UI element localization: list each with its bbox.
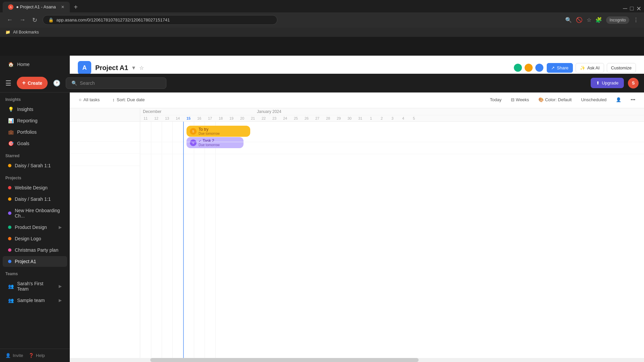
day-numbers-row: 11 12 13 14 15 16 17 18 19 20 21 22 23 2… [140,115,644,121]
url-text: app.asana.com/0/1206178107812732/1206178… [56,17,170,22]
all-tasks-button[interactable]: ○ All tasks [75,95,103,105]
timeline-scrollbar-thumb[interactable] [150,358,419,362]
bookmarks-label[interactable]: All Bookmarks [13,30,39,35]
sidebar-item-christmas-party[interactable]: Christmas Party plan [3,245,67,255]
minimize-button[interactable]: ─ [623,5,627,12]
new-tab-button[interactable]: + [71,2,80,12]
sidebar-item-design-logo[interactable]: Design Logo [3,233,67,244]
timeline-scrollbar-track[interactable] [70,358,644,362]
project-dropdown-button[interactable]: ▾ [132,64,135,71]
timeline-dates-container: December January 2024 11 12 13 14 15 16 … [140,108,644,121]
sidebar-item-goals[interactable]: 🎯 Goals [3,138,67,149]
sidebar-item-sarahs-team[interactable]: 👥 Sarah's First Team ▶ [3,278,67,294]
day-16: 16 [194,115,205,121]
sidebar-item-daisy-sarah-starred[interactable]: Daisy / Sarah 1:1 [3,160,67,171]
more-options-button[interactable]: ••• [627,95,639,104]
day-26: 26 [301,115,312,121]
all-tasks-label: All tasks [84,97,100,102]
toolbar-right-actions: Today ⊟ Weeks 🎨 Color: Default Unschedul… [487,95,639,104]
user-avatar[interactable]: S [628,78,639,88]
collaborator-avatar-3 [535,63,544,72]
main-content: A Project A1 ▾ ☆ ↗ Share ✨ [70,56,644,362]
sidebar-item-home[interactable]: 🏠 Home [3,59,67,70]
no-image-icon[interactable]: 🚫 [576,17,583,23]
lock-icon: 🔒 [48,17,54,22]
back-button[interactable]: ← [5,15,14,25]
sidebar-item-portfolios[interactable]: 💼 Portfolios [3,127,67,137]
sidebar-item-daisy-sarah-project[interactable]: Daisy / Sarah 1:1 [3,194,67,204]
day-20: 20 [237,115,248,121]
christmas-party-dot [8,248,11,252]
sidebar-portfolios-label: Portfolios [17,129,37,135]
ask-ai-label: Ask AI [587,65,600,70]
clock-icon[interactable]: 🕐 [53,79,60,87]
ask-ai-button[interactable]: ✨ Ask AI [576,63,604,73]
december-label: December [140,108,254,115]
sidebar-item-insights[interactable]: 💡 Insights [3,104,67,115]
search-browser-icon[interactable]: 🔍 [565,17,572,23]
extensions-icon[interactable]: 🧩 [595,17,602,23]
color-button[interactable]: 🎨 Color: Default [535,95,575,104]
task-bar-to-try[interactable]: S To try Due tomorrow [186,126,250,137]
bookmark-icon[interactable]: ☆ [587,17,591,23]
sort-button[interactable]: ↕ Sort: Due date [109,95,148,105]
sidebar-item-website-design[interactable]: Website Design [3,182,67,193]
sidebar-sample-team-label: Sample team [17,298,45,303]
maximize-button[interactable]: □ [630,5,634,12]
sidebar-insights-label: Insights [17,107,33,112]
product-design-chevron: ▶ [59,225,62,230]
sidebar-christmas-party-label: Christmas Party plan [15,247,58,253]
active-tab[interactable]: A ● Project A1 - Asana ✕ [3,2,70,12]
invite-button[interactable]: 👤 Invite [5,353,23,358]
day-line-4 [194,122,194,358]
collaborator-avatar-1 [513,63,523,72]
day-30: 30 [344,115,355,121]
sidebar-item-new-hire[interactable]: New Hire Onboarding Ch... [3,205,67,221]
search-icon: 🔍 [71,80,77,86]
sidebar-item-reporting[interactable]: 📊 Reporting [3,115,67,126]
timeline-header-spacer [70,108,140,121]
day-jan-3: 3 [387,115,398,121]
hamburger-menu-button[interactable]: ☰ [5,79,11,87]
search-bar[interactable]: 🔍 Search [66,77,166,89]
tab-close-btn[interactable]: ✕ [61,5,64,9]
day-25: 25 [290,115,301,121]
sidebar-new-hire-label: New Hire Onboarding Ch... [15,208,62,219]
task-bar-task-2[interactable]: S ✓ Task 2 Due tomorrow [186,137,244,148]
collaborator-avatar-2 [524,63,533,72]
day-13: 13 [162,115,172,121]
upgrade-button[interactable]: ⬆ Upgrade [591,78,624,88]
home-icon: 🏠 [8,62,14,67]
tab-title: ● Project A1 - Asana [16,4,56,9]
task-2-avatar: S [190,139,197,146]
timeline-date-header: December January 2024 11 12 13 14 15 16 … [70,108,644,122]
menu-icon[interactable]: ⋮ [633,17,639,23]
weeks-icon: ⊟ [511,97,515,102]
person-filter-button[interactable]: 👤 [612,95,625,104]
reload-button[interactable]: ↻ [31,15,39,25]
sidebar-daisy-sarah-project-label: Daisy / Sarah 1:1 [15,196,51,202]
sidebar-item-project-a1[interactable]: Project A1 [3,256,67,267]
project-star-button[interactable]: ☆ [139,65,144,71]
create-button[interactable]: + Create [17,77,48,89]
day-11: 11 [140,115,151,121]
forward-button[interactable]: → [18,15,27,25]
all-tasks-icon: ○ [79,97,82,102]
sample-team-icon: 👥 [8,298,14,303]
sidebar-reporting-label: Reporting [17,118,38,123]
task-2-title: Task 2 [203,138,214,143]
share-button[interactable]: ↗ Share [547,63,573,73]
sidebar-item-sample-team[interactable]: 👥 Sample team ▶ [3,295,67,306]
close-window-button[interactable]: ✕ [636,5,641,12]
top-bar-right: ⬆ Upgrade S [591,78,639,88]
unscheduled-button[interactable]: Unscheduled [578,95,610,104]
help-button[interactable]: ❓ Help [29,353,45,358]
weeks-button[interactable]: ⊟ Weeks [507,95,532,104]
today-button[interactable]: Today [487,95,505,104]
project-title: Project A1 [95,64,128,72]
sidebar-item-product-design[interactable]: Product Design ▶ [3,222,67,233]
customize-button[interactable]: Customize [607,63,636,73]
color-label: Color: Default [545,97,572,102]
timeline-row-3 [70,154,140,166]
address-bar[interactable]: 🔒 app.asana.com/0/1206178107812732/12061… [43,15,277,25]
